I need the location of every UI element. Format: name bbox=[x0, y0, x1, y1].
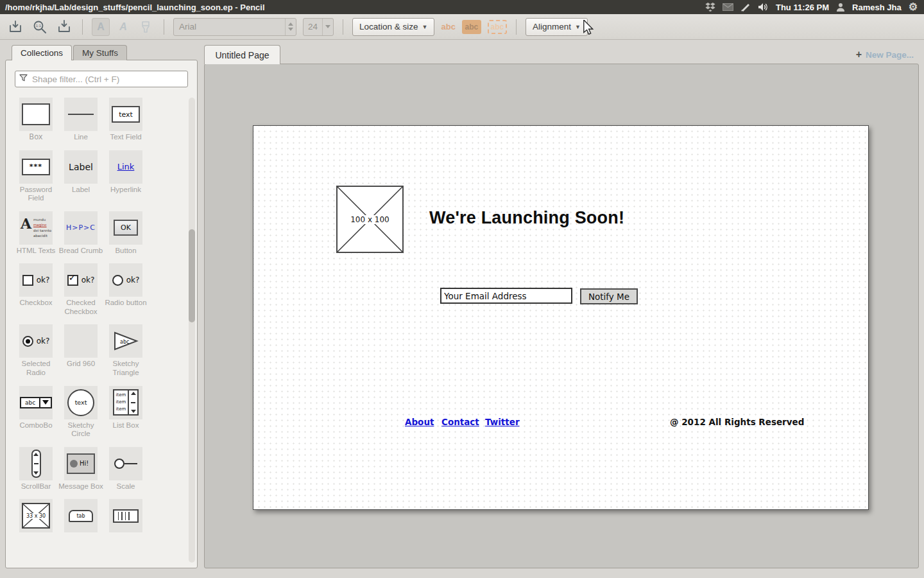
line-shape-icon bbox=[64, 98, 98, 131]
new-page-button[interactable]: + New Page... bbox=[856, 49, 914, 60]
pencil-window: /home/rkjha/Lab/design_stuffs/pencil_lau… bbox=[0, 0, 924, 578]
location-size-button[interactable]: Location & size ▼ bbox=[352, 18, 434, 36]
shape-label: Selected Radio bbox=[13, 360, 58, 377]
tab-my-stuffs[interactable]: My Stuffs bbox=[73, 45, 127, 60]
font-size-value: 24 bbox=[304, 22, 322, 31]
about-link[interactable]: About bbox=[405, 417, 434, 427]
canvas-panel[interactable]: 100 x 100 We're Launching Soon! Notify M… bbox=[204, 64, 919, 568]
shape-combobox[interactable]: abc ComboBo bbox=[13, 386, 58, 439]
text-color-button[interactable]: abc bbox=[441, 22, 455, 31]
checked-checkbox-shape-icon: ✓ok? bbox=[64, 263, 98, 297]
user-icon bbox=[836, 3, 845, 12]
label-shape-icon: Label bbox=[64, 150, 98, 184]
font-size-select[interactable]: 24 bbox=[303, 18, 334, 36]
shape-checked-checkbox[interactable]: ✓ok? Checked Checkbox bbox=[58, 263, 103, 316]
toolbar-separator bbox=[343, 19, 343, 35]
shape-scale[interactable]: Scale bbox=[103, 447, 148, 491]
contact-link[interactable]: Contact bbox=[441, 417, 479, 427]
tab-untitled-page[interactable]: Untitled Page bbox=[204, 45, 280, 64]
shape-filter-input[interactable] bbox=[31, 74, 184, 85]
shape-box[interactable]: Box bbox=[13, 98, 58, 142]
shape-hyperlink[interactable]: Link Hyperlink bbox=[103, 150, 148, 203]
font-family-value: Arial bbox=[174, 22, 285, 31]
shape-label: Sketchy Circle bbox=[58, 421, 103, 439]
shape-list-box[interactable]: itemitemitem List Box bbox=[103, 386, 148, 439]
shape-label: Bread Crumb bbox=[59, 247, 103, 256]
alignment-button[interactable]: Alignment ▼ bbox=[526, 18, 588, 36]
shape-line[interactable]: Line bbox=[58, 98, 103, 142]
shape-bread-crumb[interactable]: H>P>C Bread Crumb bbox=[58, 211, 103, 256]
shape-label: Checked Checkbox bbox=[58, 299, 103, 316]
system-tray: Thu 11:26 PM Ramesh Jha ⚙ bbox=[705, 3, 924, 12]
font-family-select[interactable]: Arial bbox=[173, 18, 296, 36]
system-topbar: /home/rkjha/Lab/design_stuffs/pencil_lau… bbox=[0, 0, 924, 14]
notify-me-button[interactable]: Notify Me bbox=[580, 288, 638, 304]
shape-text-field[interactable]: text Text Field bbox=[103, 98, 148, 142]
shape-radio-button[interactable]: ok? Radio button bbox=[103, 263, 148, 316]
volume-icon[interactable] bbox=[758, 3, 769, 12]
selected-radio-shape-icon: ok? bbox=[19, 324, 53, 358]
shape-label-tool[interactable]: Label Label bbox=[58, 150, 103, 203]
copyright-text: @ 2012 All Rights Reserved bbox=[670, 417, 804, 427]
filter-funnel-icon bbox=[19, 73, 28, 85]
document-page[interactable]: 100 x 100 We're Launching Soon! Notify M… bbox=[253, 125, 869, 510]
shape-grid-960[interactable]: Grid 960 bbox=[58, 324, 103, 377]
export-icon[interactable] bbox=[55, 18, 73, 36]
bold-button[interactable]: A bbox=[92, 18, 110, 36]
shape-message-box[interactable]: Hi! Message Box bbox=[58, 447, 103, 491]
font-size-spinner[interactable] bbox=[322, 19, 333, 35]
checkbox-shape-icon: ok? bbox=[19, 263, 53, 297]
shape-label: List Box bbox=[113, 421, 139, 430]
toolbar-separator bbox=[82, 19, 83, 35]
html-texts-shape-icon: A mundumaginedei tanntoabacidit bbox=[19, 211, 53, 245]
shape-password-field[interactable]: *** Password Field bbox=[13, 150, 58, 203]
collections-panel: Box Line text Text Field *** Password Fi… bbox=[5, 60, 198, 568]
sidebar-scrollbar-thumb[interactable] bbox=[189, 229, 195, 322]
sidebar-scrollbar[interactable] bbox=[189, 98, 195, 563]
shape-label: Checkbox bbox=[19, 299, 52, 308]
gear-icon[interactable]: ⚙ bbox=[909, 3, 918, 12]
shape-html-texts[interactable]: A mundumaginedei tanntoabacidit HTML Tex… bbox=[13, 211, 58, 256]
shape-sketchy-circle[interactable]: text Sketchy Circle bbox=[58, 386, 103, 439]
save-icon[interactable] bbox=[6, 18, 24, 36]
mail-icon[interactable] bbox=[723, 3, 733, 11]
shape-button[interactable]: OK Button bbox=[103, 211, 148, 256]
clock[interactable]: Thu 11:26 PM bbox=[776, 3, 829, 12]
shape-scrollbar[interactable]: ScrollBar bbox=[13, 447, 58, 491]
svg-text:abc: abc bbox=[120, 339, 129, 345]
shape-selected-radio[interactable]: ok? Selected Radio bbox=[13, 324, 58, 377]
format-brush-icon[interactable] bbox=[137, 18, 155, 36]
progress-bar-shape-icon bbox=[109, 499, 142, 532]
shape-tab[interactable]: tab bbox=[58, 499, 103, 535]
hyperlink-shape-icon: Link bbox=[109, 150, 142, 184]
shape-progress-bar[interactable] bbox=[103, 499, 148, 535]
bread-crumb-shape-icon: H>P>C bbox=[64, 211, 98, 245]
dropbox-icon[interactable] bbox=[705, 3, 715, 12]
shape-sketchy-triangle[interactable]: abc Sketchy Triangle bbox=[103, 324, 148, 377]
stroke-color-button[interactable]: abc bbox=[488, 20, 507, 34]
zoom-one-to-one-icon[interactable]: 1:1 bbox=[31, 18, 49, 36]
launching-soon-heading[interactable]: We're Launching Soon! bbox=[429, 208, 624, 228]
scale-shape-icon bbox=[109, 447, 142, 480]
grid-960-shape-icon bbox=[64, 324, 98, 358]
shape-image-placeholder[interactable]: 33 x 30 bbox=[13, 499, 58, 535]
shape-label: Button bbox=[115, 247, 136, 256]
italic-button[interactable]: A bbox=[116, 21, 130, 33]
mouse-cursor bbox=[583, 20, 595, 38]
shape-checkbox[interactable]: ok? Checkbox bbox=[13, 263, 58, 316]
pen-icon[interactable] bbox=[740, 3, 751, 12]
radio-shape-icon: ok? bbox=[109, 263, 142, 297]
tab-collections[interactable]: Collections bbox=[12, 45, 72, 60]
shape-label: Message Box bbox=[58, 482, 103, 491]
main-toolbar: 1:1 A A Arial 24 Location & size ▼ abc a… bbox=[0, 14, 924, 40]
image-placeholder-100[interactable]: 100 x 100 bbox=[336, 186, 404, 253]
toolbar-separator bbox=[164, 19, 164, 35]
shape-filter[interactable] bbox=[15, 71, 188, 87]
fill-color-button[interactable]: abc bbox=[462, 20, 481, 34]
font-family-spinner[interactable] bbox=[285, 19, 296, 35]
shape-label: HTML Texts bbox=[17, 247, 56, 256]
user-menu[interactable]: Ramesh Jha bbox=[852, 3, 902, 12]
email-field[interactable] bbox=[440, 288, 572, 304]
shape-label: ComboBo bbox=[19, 421, 52, 430]
twitter-link[interactable]: Twitter bbox=[485, 417, 520, 427]
